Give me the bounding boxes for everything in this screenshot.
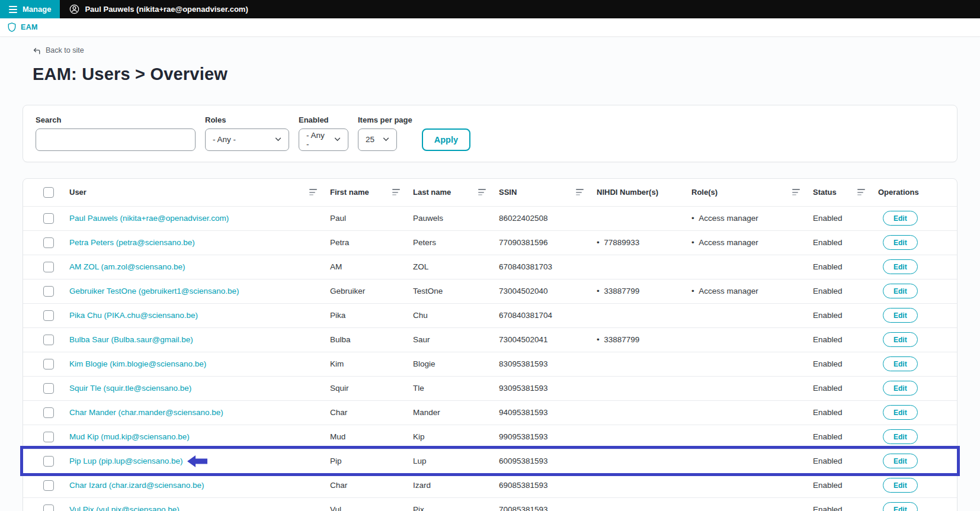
pointer-arrow-icon: [187, 455, 207, 467]
column-header-ssin[interactable]: SSIN: [499, 188, 597, 197]
edit-button[interactable]: Edit: [883, 502, 918, 511]
roles-cell: • Access manager: [691, 238, 813, 247]
column-header-label: NIHDI Number(s): [597, 188, 658, 197]
user-link[interactable]: Char Mander (char.mander@sciensano.be): [69, 408, 223, 417]
roles-cell: • Access manager: [691, 214, 813, 223]
first-name-cell: AM: [330, 262, 413, 271]
user-cell: Char Mander (char.mander@sciensano.be): [69, 408, 330, 417]
nihdi-cell: • 77889933: [597, 238, 691, 247]
sort-icon[interactable]: [478, 189, 486, 195]
status-text: Enabled: [813, 238, 878, 247]
search-label: Search: [36, 115, 196, 124]
column-header-last-name[interactable]: Last name: [413, 188, 499, 197]
edit-button[interactable]: Edit: [883, 235, 918, 250]
edit-button[interactable]: Edit: [883, 381, 918, 396]
row-checkbox-cell: [43, 383, 69, 394]
edit-button[interactable]: Edit: [883, 211, 918, 226]
sort-icon[interactable]: [309, 189, 317, 195]
edit-button[interactable]: Edit: [883, 308, 918, 323]
user-link[interactable]: Paul Pauwels (nikita+rae@openadviser.com…: [69, 214, 229, 223]
sort-icon[interactable]: [576, 189, 584, 195]
row-checkbox[interactable]: [43, 286, 54, 297]
row-checkbox[interactable]: [43, 213, 54, 224]
eam-toolbar: EAM: [0, 18, 980, 37]
sort-icon[interactable]: [392, 189, 400, 195]
user-link[interactable]: Vul Pix (vul.pix@sciensano.be): [69, 505, 180, 511]
enabled-label: Enabled: [299, 115, 348, 124]
edit-button[interactable]: Edit: [883, 332, 918, 347]
column-header-label: Operations: [878, 188, 919, 197]
row-checkbox[interactable]: [43, 335, 54, 345]
user-link[interactable]: Gebruiker TestOne (gebruikert1@sciensano…: [69, 287, 239, 295]
column-header-nihdi-number-s-[interactable]: NIHDI Number(s): [597, 188, 691, 197]
edit-button[interactable]: Edit: [883, 478, 918, 493]
return-arrow-icon: [33, 47, 41, 54]
user-link[interactable]: Bulba Saur (Bulba.saur@gmail.be): [69, 335, 193, 344]
row-checkbox[interactable]: [43, 504, 54, 511]
row-checkbox[interactable]: [43, 456, 54, 467]
user-account-link[interactable]: Paul Pauwels (nikita+rae@openadviser.com…: [60, 0, 257, 18]
edit-button[interactable]: Edit: [883, 429, 918, 444]
row-checkbox-cell: [43, 432, 69, 442]
user-link[interactable]: AM ZOL (am.zol@sciensano.be): [69, 262, 185, 271]
table-row: Paul Pauwels (nikita+rae@openadviser.com…: [23, 206, 957, 230]
user-cell: Pika Chu (PIKA.chu@sciensano.be): [69, 311, 330, 320]
row-checkbox[interactable]: [43, 383, 54, 394]
last-name-cell: Chu: [413, 311, 499, 320]
edit-button[interactable]: Edit: [883, 454, 918, 468]
manage-button[interactable]: Manage: [0, 0, 60, 18]
user-cell: Squir Tle (squir.tle@sciensano.be): [69, 384, 330, 393]
row-checkbox[interactable]: [43, 480, 54, 491]
row-checkbox[interactable]: [43, 262, 54, 272]
ssin-cell: 69085381593: [499, 481, 597, 490]
user-cell: AM ZOL (am.zol@sciensano.be): [69, 262, 330, 271]
column-header-label: Last name: [413, 188, 451, 197]
last-name-cell: Izard: [413, 481, 499, 490]
user-link[interactable]: Char Izard (char.izard@sciensano.be): [69, 481, 204, 490]
user-link[interactable]: Squir Tle (squir.tle@sciensano.be): [69, 384, 191, 393]
eam-link[interactable]: EAM: [21, 23, 38, 31]
row-checkbox-cell: [43, 407, 69, 418]
status-text: Enabled: [813, 481, 878, 490]
apply-button[interactable]: Apply: [422, 128, 470, 151]
edit-button[interactable]: Edit: [883, 405, 918, 420]
column-header-operations[interactable]: Operations: [878, 188, 943, 197]
column-header-status[interactable]: Status: [813, 188, 878, 197]
enabled-selected-value: - Any -: [306, 131, 328, 149]
row-checkbox[interactable]: [43, 359, 54, 369]
row-checkbox[interactable]: [43, 407, 54, 418]
first-name-cell: Gebruiker: [330, 287, 413, 295]
items-per-page-select[interactable]: 25: [358, 128, 397, 151]
row-checkbox[interactable]: [43, 237, 54, 248]
row-checkbox[interactable]: [43, 432, 54, 442]
select-all-checkbox[interactable]: [43, 187, 54, 198]
column-header-role-s-[interactable]: Role(s): [691, 188, 813, 197]
sort-icon[interactable]: [857, 189, 865, 195]
operations-cell: Edit: [878, 429, 943, 444]
edit-button[interactable]: Edit: [883, 259, 918, 274]
row-checkbox[interactable]: [43, 310, 54, 321]
edit-button[interactable]: Edit: [883, 284, 918, 298]
roles-select[interactable]: - Any -: [205, 128, 289, 151]
sort-icon[interactable]: [792, 189, 800, 195]
row-checkbox-cell: [43, 480, 69, 491]
column-header-label: SSIN: [499, 188, 517, 197]
status-text: Enabled: [813, 287, 878, 295]
user-link[interactable]: Pika Chu (PIKA.chu@sciensano.be): [69, 311, 198, 320]
first-name-cell: Squir: [330, 384, 413, 393]
user-link[interactable]: Kim Blogie (kim.blogie@sciensano.be): [69, 359, 206, 368]
table-row: Petra Peters (petra@sciensano.be) Petra …: [23, 230, 957, 255]
edit-button[interactable]: Edit: [883, 356, 918, 371]
back-to-site-link[interactable]: Back to site: [33, 46, 84, 54]
enabled-select[interactable]: - Any -: [299, 128, 348, 151]
row-checkbox-cell: [43, 237, 69, 248]
first-name-cell: Petra: [330, 238, 413, 247]
user-link[interactable]: Mud Kip (mud.kip@sciensano.be): [69, 432, 190, 441]
column-header-first-name[interactable]: First name: [330, 188, 413, 197]
search-input[interactable]: [36, 128, 196, 151]
column-header-user[interactable]: User: [69, 188, 330, 197]
first-name-cell: Bulba: [330, 335, 413, 344]
user-link[interactable]: Pip Lup (pip.lup@sciensano.be): [69, 457, 183, 465]
first-name-cell: Char: [330, 481, 413, 490]
user-link[interactable]: Petra Peters (petra@sciensano.be): [69, 238, 195, 247]
